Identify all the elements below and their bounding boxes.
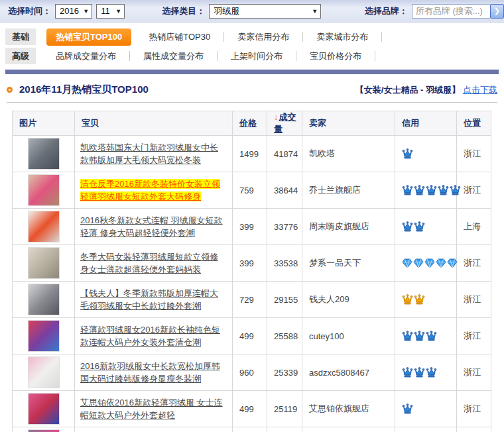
product-title-link[interactable]: 2016秋冬新款女式连帽 羽绒服女短款轻薄 修身大码超轻轻便外套潮 xyxy=(80,215,223,238)
price-cell: 499 xyxy=(233,391,267,427)
time-filter-label: 选择时间： xyxy=(8,5,51,17)
product-title-link[interactable]: 凯欧塔韩国东大门新款羽绒服女中长款韩版加厚大毛领大码宽松冬装 xyxy=(80,142,218,165)
brand-search-input[interactable] xyxy=(412,4,490,19)
blue-diamond-icon xyxy=(413,258,424,268)
tab-separator xyxy=(375,51,375,61)
header-seller: 卖家 xyxy=(302,111,395,136)
blue-diamond-icon xyxy=(424,258,435,268)
brand-dropdown-button[interactable]: ❯ xyxy=(490,4,504,19)
credit-icons xyxy=(395,282,457,318)
product-thumbnail[interactable] xyxy=(28,138,60,170)
price-cell: 499 xyxy=(233,318,267,354)
tab-listing-time[interactable]: 上架时间分布 xyxy=(218,48,296,65)
product-thumbnail[interactable] xyxy=(28,247,60,279)
blue-crown-icon xyxy=(438,185,449,196)
category-filter-label: 选择类目： xyxy=(162,5,205,17)
table-row: 凯欧塔韩国东大门新款羽绒服女中长款韩版加厚大毛领大码宽松冬装 1499 4187… xyxy=(13,136,491,172)
seller-cell: 乔士兰旗舰店 xyxy=(302,172,395,209)
location-cell: 浙江 xyxy=(457,391,491,427)
volume-cell: 33776 xyxy=(267,209,302,245)
blue-diamond-icon xyxy=(447,258,458,268)
blue-crown-icon xyxy=(450,185,461,196)
table-row: 冬季大码女装轻薄羽绒服短款立领修身女士薄款超薄轻便外套妈妈装 399 33538… xyxy=(13,245,491,282)
product-thumbnail[interactable] xyxy=(28,356,60,388)
year-select[interactable]: 2016 ▼ xyxy=(55,4,92,19)
location-cell xyxy=(457,427,491,432)
product-thumbnail[interactable] xyxy=(28,211,60,243)
seller-cell: 艾思铂依旗舰店 xyxy=(302,391,395,427)
bullet-icon xyxy=(7,87,13,93)
category-select[interactable]: 羽绒服 ▼ xyxy=(209,4,321,19)
chevron-down-icon: ▼ xyxy=(312,8,318,15)
credit-icons xyxy=(395,427,457,432)
product-title-link[interactable]: 艾思铂依2016新款轻薄羽绒服 女士连帽短款大码户外外套超轻 xyxy=(80,398,223,420)
product-thumbnail[interactable] xyxy=(28,320,60,352)
credit-icons xyxy=(395,354,457,391)
seller-cell: 钱夫人209 xyxy=(302,282,395,318)
advanced-tabs-label: 高级 xyxy=(5,48,36,64)
tab-seller-credit[interactable]: 卖家信用分布 xyxy=(224,28,302,46)
price-cell xyxy=(233,427,267,432)
blue-crown-icon xyxy=(402,404,413,415)
product-table: 图片 宝贝 价格 ↓成交量 卖家 信用 位置 凯欧塔韩国东大门新款羽绒服女中长款… xyxy=(12,111,491,432)
blue-crown-icon xyxy=(426,367,437,378)
volume-cell: 25588 xyxy=(267,318,302,354)
location-cell: 浙江 xyxy=(457,354,491,391)
volume-cell: 38644 xyxy=(267,172,302,209)
page-title: 2016年11月热销宝贝TOP100 xyxy=(19,83,355,96)
tab-hot-shops-top30[interactable]: 热销店铺TOP30 xyxy=(135,28,223,46)
location-cell: 浙江 xyxy=(457,136,491,172)
price-sort-link[interactable]: 价格 xyxy=(239,118,257,128)
header-item: 宝贝 xyxy=(75,111,233,136)
month-value: 11 xyxy=(101,6,110,16)
volume-cell xyxy=(267,427,302,432)
seller-cell: 周末嗨皮旗舰店 xyxy=(302,209,395,245)
table-row: 2016新款羽绒服女中长款宽松加厚韩国大码过膝韩版修身显瘦冬装潮 960 253… xyxy=(13,354,491,391)
product-title-link[interactable]: 2016新款羽绒服女中长款宽松加厚韩国大码过膝韩版修身显瘦冬装潮 xyxy=(80,361,220,384)
divider-bar xyxy=(5,70,499,74)
blue-crown-icon xyxy=(402,185,413,196)
header-price[interactable]: 价格 xyxy=(233,111,267,136)
credit-icons xyxy=(395,391,457,427)
download-link[interactable]: 点击下载 xyxy=(463,84,497,96)
table-row: 【钱夫人】冬季新款韩版加厚连帽大毛领羽绒服女中长款过膝外套潮 729 29155… xyxy=(13,282,491,318)
blue-crown-icon xyxy=(402,331,413,342)
product-title-link[interactable]: 【钱夫人】冬季新款韩版加厚连帽大毛领羽绒服女中长款过膝外套潮 xyxy=(80,288,218,311)
product-title-link[interactable]: 清仓反季2016新款冬装特价女装立领轻薄羽绒服女短款外套大码修身 xyxy=(80,179,220,201)
chevron-down-icon: ❯ xyxy=(494,7,500,15)
tab-seller-city[interactable]: 卖家城市分布 xyxy=(303,28,381,46)
section-header: 2016年11月热销宝贝TOP100 【女装/女士精品 - 羽绒服】 点击下载 xyxy=(7,83,497,103)
volume-cell: 41874 xyxy=(267,136,302,172)
tab-attribute-volume[interactable]: 属性成交量分布 xyxy=(130,48,217,65)
blue-crown-icon xyxy=(402,367,413,378)
tab-panel: 基础 热销宝贝TOP100 热销店铺TOP30 卖家信用分布 卖家城市分布 高级… xyxy=(0,23,504,66)
product-title-link[interactable]: 冬季大码女装轻薄羽绒服短款立领修身女士薄款超薄轻便外套妈妈装 xyxy=(80,252,218,274)
tab-item-price[interactable]: 宝贝价格分布 xyxy=(296,48,375,65)
table-row: 艾思铂依2016新款轻薄羽绒服 女士连帽短款大码户外外套超轻 499 25119… xyxy=(13,391,491,427)
tab-hot-items-top100[interactable]: 热销宝贝TOP100 xyxy=(46,28,131,46)
product-thumbnail[interactable] xyxy=(28,284,60,315)
blue-diamond-icon xyxy=(436,258,446,268)
filter-bar: 选择时间： 2016 ▼ 11 ▼ 选择类目： 羽绒服 ▼ 选择品牌： ❯ xyxy=(0,0,504,23)
seller-cell: 凯欧塔 xyxy=(302,136,395,172)
credit-icons xyxy=(395,245,457,282)
basic-tab-row: 基础 热销宝贝TOP100 热销店铺TOP30 卖家信用分布 卖家城市分布 xyxy=(5,27,504,46)
price-cell: 960 xyxy=(233,354,267,391)
price-cell: 399 xyxy=(233,245,267,282)
header-volume[interactable]: ↓成交量 xyxy=(267,111,302,136)
product-thumbnail[interactable] xyxy=(28,393,60,425)
seller-cell: 梦系一品天下 xyxy=(302,245,395,282)
category-breadcrumb: 【女装/女士精品 - 羽绒服】 xyxy=(355,84,460,96)
credit-icons xyxy=(395,318,457,354)
product-thumbnail[interactable] xyxy=(28,429,60,432)
blue-diamond-icon xyxy=(402,258,412,268)
chevron-down-icon: ▼ xyxy=(83,8,89,15)
brand-filter-label: 选择品牌： xyxy=(365,5,408,17)
tab-brand-volume[interactable]: 品牌成交量分布 xyxy=(42,48,129,65)
month-select[interactable]: 11 ▼ xyxy=(96,4,125,19)
credit-icons xyxy=(395,136,457,172)
product-thumbnail[interactable] xyxy=(28,174,60,206)
app-window: 选择时间： 2016 ▼ 11 ▼ 选择类目： 羽绒服 ▼ 选择品牌： ❯ 基础… xyxy=(0,0,504,432)
price-cell: 399 xyxy=(233,209,267,245)
product-title-link[interactable]: 轻薄款羽绒服女2016新款长袖纯色短款连帽大码户外女装外套清仓潮 xyxy=(80,325,220,347)
